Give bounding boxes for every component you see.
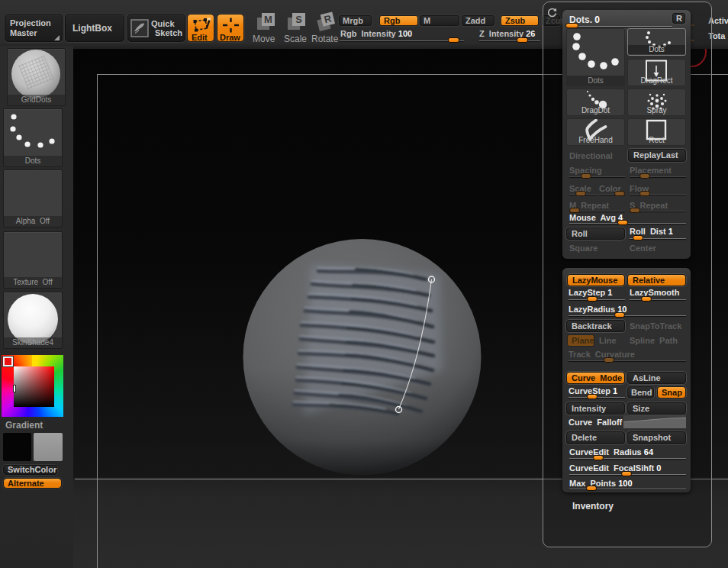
svg-text:S: S [295, 14, 302, 25]
svg-text:M: M [264, 14, 272, 25]
